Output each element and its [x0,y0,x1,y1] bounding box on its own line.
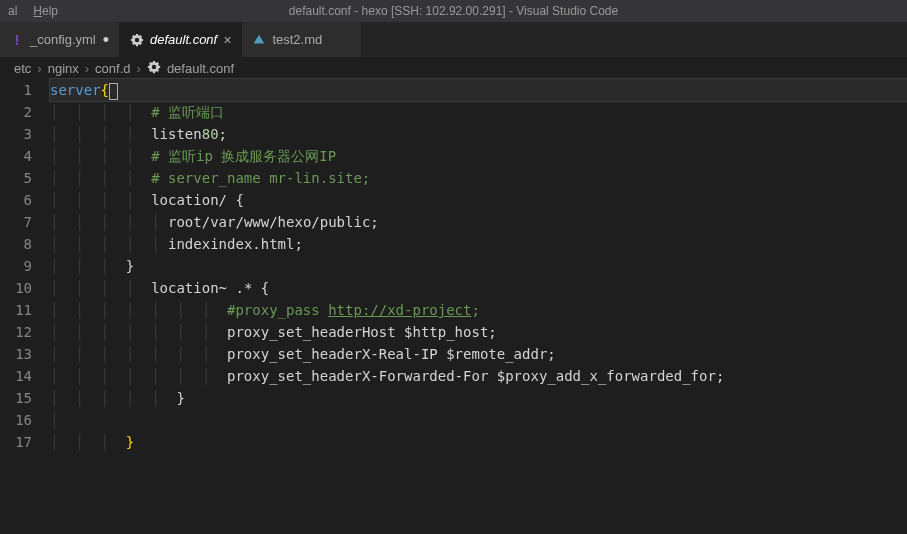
code-line[interactable]: │ │ │ } [50,431,907,453]
code-line[interactable]: │ │ │ │ │ │ │ #proxy_pass http://xd-proj… [50,299,907,321]
titlebar: al Help default.conf - hexo [SSH: 102.92… [0,0,907,22]
line-number-gutter: 1234567891011121314151617 [0,79,50,453]
line-number: 12 [0,321,32,343]
line-number: 4 [0,145,32,167]
chevron-right-icon: › [37,61,41,76]
line-number: 7 [0,211,32,233]
code-line[interactable]: │ │ │ │ # 监听端口 [50,101,907,123]
line-number: 3 [0,123,32,145]
line-number: 8 [0,233,32,255]
gear-icon [147,60,161,77]
code-line[interactable]: server { [50,79,907,101]
markdown-icon [252,33,266,47]
tab-test2-md[interactable]: test2.md [242,22,362,57]
menu-item[interactable]: al [8,4,17,18]
code-line[interactable]: │ │ │ │ listen 80; [50,123,907,145]
breadcrumb-segment[interactable]: default.conf [167,61,234,76]
breadcrumb-segment[interactable]: etc [14,61,31,76]
line-number: 17 [0,431,32,453]
line-number: 14 [0,365,32,387]
close-icon[interactable]: × [223,32,231,48]
breadcrumb[interactable]: etc › nginx › conf.d › default.conf [0,57,907,79]
code-line[interactable]: │ │ │ │ │ } [50,387,907,409]
gear-icon [130,33,144,47]
line-number: 16 [0,409,32,431]
chevron-right-icon: › [137,61,141,76]
tab-config-yml[interactable]: ! _config.yml • [0,22,120,57]
editor[interactable]: 1234567891011121314151617 server {│ │ │ … [0,79,907,453]
code-line[interactable]: │ │ │ } [50,255,907,277]
code-line[interactable]: │ │ │ │ # server_name mr-lin.site; [50,167,907,189]
menu-item-help[interactable]: Help [33,4,58,18]
code-line[interactable]: │ │ │ │ │ root /var/www/hexo/public; [50,211,907,233]
line-number: 13 [0,343,32,365]
line-number: 2 [0,101,32,123]
line-number: 10 [0,277,32,299]
window-title: default.conf - hexo [SSH: 102.92.00.291]… [289,4,618,18]
tab-label: test2.md [272,32,322,47]
code-line[interactable]: │ [50,409,907,431]
code-area[interactable]: server {│ │ │ │ # 监听端口│ │ │ │ listen 80;… [50,79,907,453]
code-line[interactable]: │ │ │ │ location ~ .* { [50,277,907,299]
breadcrumb-segment[interactable]: conf.d [95,61,130,76]
tabbar: ! _config.yml • default.conf × test2.md [0,22,907,57]
chevron-right-icon: › [85,61,89,76]
yaml-icon: ! [10,32,24,48]
code-line[interactable]: │ │ │ │ │ index index.html; [50,233,907,255]
line-number: 9 [0,255,32,277]
code-line[interactable]: │ │ │ │ │ │ │ proxy_set_header Host $htt… [50,321,907,343]
tab-label: _config.yml [30,32,96,47]
breadcrumb-segment[interactable]: nginx [48,61,79,76]
line-number: 11 [0,299,32,321]
line-number: 6 [0,189,32,211]
code-line[interactable]: │ │ │ │ # 监听ip 换成服务器公网IP [50,145,907,167]
line-number: 5 [0,167,32,189]
tab-label: default.conf [150,32,217,47]
line-number: 15 [0,387,32,409]
code-line[interactable]: │ │ │ │ │ │ │ proxy_set_header X-Forward… [50,365,907,387]
code-line[interactable]: │ │ │ │ location / { [50,189,907,211]
code-line[interactable]: │ │ │ │ │ │ │ proxy_set_header X-Real-IP… [50,343,907,365]
line-number: 1 [0,79,32,101]
tab-default-conf[interactable]: default.conf × [120,22,242,57]
